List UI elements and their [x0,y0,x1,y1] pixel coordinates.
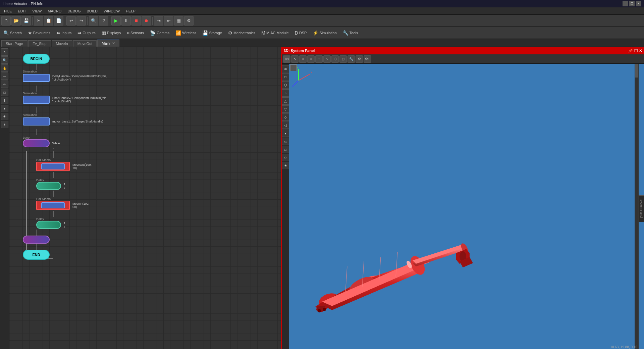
view-zoom-button[interactable]: □ [315,55,323,63]
sim-box-2[interactable] [23,96,50,104]
tab-start-page[interactable]: Start Page [1,40,28,47]
call-macro-box-1[interactable] [36,162,70,171]
tools-tool[interactable]: 🔧 Tools [341,30,360,36]
menu-debug[interactable]: DEBUG [65,8,83,14]
menu-view[interactable]: VIEW [30,8,44,14]
search-tool[interactable]: 🔍 Search [1,30,24,36]
3d-scrollbar-thumb[interactable] [635,64,638,78]
view-wire-button[interactable]: ◻ [339,55,347,63]
inputs-tool[interactable]: ⬅ Inputs [54,30,73,36]
outputs-tool[interactable]: ➡ Outputs [75,30,98,36]
displays-tool[interactable]: ▦ Displays [100,30,123,36]
view-settings-button[interactable]: ⚙ [356,55,363,63]
text-tool[interactable]: T [1,97,8,104]
more-tool[interactable]: + [1,121,8,128]
paste-button[interactable]: 📄 [54,16,63,26]
view-camera-button[interactable]: ▷ [323,55,331,63]
color-swatch[interactable] [290,64,297,71]
minimize-button[interactable]: ─ [623,1,628,6]
menu-build[interactable]: BUILD [84,8,100,14]
save-button[interactable]: 💾 [21,16,31,26]
run-button[interactable]: ▶ [111,16,121,26]
comms-tool[interactable]: 📡 Comms [148,30,171,36]
3d-view-mode-btn[interactable]: 3D [282,65,289,72]
view-shaded-button[interactable]: ⬡ [331,55,339,63]
miac-tool[interactable]: M MIAC Module [259,30,290,36]
tab-main[interactable]: Main ✕ [97,40,119,47]
pointer-tool[interactable]: ↖ [1,48,8,56]
dsp-tool[interactable]: D DSP [293,30,309,36]
export-button[interactable]: ⇥ [154,16,163,26]
loop-box[interactable] [23,139,50,147]
breakpoint-tool[interactable]: ● [1,105,8,112]
3d-triangle-down-btn[interactable]: ▽ [282,105,289,113]
mechatronics-tool[interactable]: ⚙ Mechatronics [226,30,257,36]
cut-button[interactable]: ✂ [34,16,43,26]
view-pan-button[interactable]: ○ [307,55,315,63]
3d-sphere-btn[interactable]: ○ [282,89,289,97]
pause-button[interactable]: ⏸ [121,16,131,26]
system-panel-tab[interactable]: System Panel [639,195,644,222]
end-node[interactable]: END [23,250,50,260]
3d-triangle-up-btn[interactable]: △ [282,97,289,105]
sim-box-1[interactable] [23,74,50,82]
sim-box-3[interactable] [23,117,50,126]
close-button[interactable]: ✕ [636,1,641,6]
wireless-tool[interactable]: 📶 Wireless [173,30,198,36]
menu-macro[interactable]: MACRO [45,8,64,14]
connect-tool[interactable]: ─ [1,72,8,80]
sensors-tool[interactable]: ≈ Sensors [125,30,146,36]
help-button[interactable]: ? [99,16,108,26]
zoom-tool[interactable]: 🔍 [1,56,8,64]
delay-box-1[interactable] [36,182,61,190]
find-button[interactable]: 🔍 [89,16,98,26]
shape-tool[interactable]: □ [1,89,8,96]
tab-close-icon[interactable]: ✕ [112,41,115,45]
simulation-tool[interactable]: ⚡ Simulation [311,30,338,36]
delay-box-2[interactable] [36,221,61,229]
3d-front-btn[interactable]: □ [282,73,289,81]
restore-button[interactable]: ❐ [629,1,635,6]
menu-help[interactable]: HELP [123,8,138,14]
view-tools-button[interactable]: 🔧 [347,55,355,63]
end-loop-box[interactable] [23,236,50,244]
panel-close-button[interactable]: ✕ [639,49,642,53]
favourites-tool[interactable]: ★ Favourites [26,30,52,36]
storage-tool[interactable]: 💾 Storage [200,30,224,36]
draw-tool[interactable]: ✏ [1,81,8,88]
copy-button[interactable]: 📋 [44,16,53,26]
view-orbit-button[interactable]: ⊕ [299,55,307,63]
view-cursor-button[interactable]: ↖ [291,55,299,63]
3d-circle-btn[interactable]: ● [282,130,289,137]
3d-rect-btn[interactable]: ▭ [282,138,289,145]
settings-button[interactable]: ⚙ [184,16,194,26]
3d-diamond-btn[interactable]: ◇ [282,113,289,121]
panel-pin-button[interactable]: 📌 [628,49,633,53]
menu-edit[interactable]: EDIT [15,8,29,14]
tab-moveout[interactable]: MoveOut [73,40,97,47]
tab-movein[interactable]: MoveIn [52,40,72,47]
import-button[interactable]: ⇤ [164,16,173,26]
redo-button[interactable]: ↪ [76,16,86,26]
call-macro-box-2[interactable] [36,201,70,210]
3d-extra-btn[interactable]: ◇ [282,154,289,161]
3d-arrow-left-btn[interactable]: ◁ [282,121,289,129]
tab-ev-stop[interactable]: Ev_Stop [28,40,51,47]
3d-square-btn[interactable]: □ [282,146,289,153]
view-3d-button[interactable]: 3D [283,55,290,63]
watch-tool[interactable]: 👁 [1,113,8,120]
grid-button[interactable]: ▦ [174,16,183,26]
3d-panel-scrollbar[interactable] [635,64,639,349]
3d-cube-btn[interactable]: ⬡ [282,81,289,89]
new-button[interactable]: 🗋 [1,16,11,26]
open-button[interactable]: 📂 [11,16,21,26]
panel-restore-button[interactable]: ❐ [634,49,638,53]
record-button[interactable]: ⏺ [142,16,151,26]
menu-window[interactable]: WINDOW [101,8,122,14]
stop-button[interactable]: ⏹ [131,16,141,26]
pan-tool[interactable]: ✋ [1,64,8,72]
menu-file[interactable]: FILE [1,8,14,14]
view-settings2-button[interactable]: ⚙+ [364,55,371,63]
3d-extra2-btn[interactable]: ★ [282,162,289,169]
undo-button[interactable]: ↩ [66,16,76,26]
